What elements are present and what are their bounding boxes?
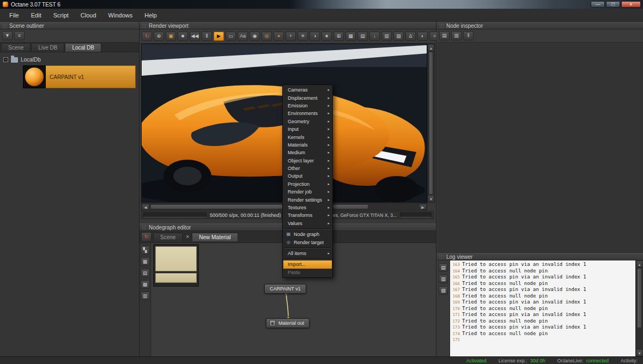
minimize-button[interactable]: — — [591, 1, 605, 8]
context-menu-item[interactable]: Object layer ▸ — [283, 157, 332, 165]
menu-item[interactable]: Cloud — [75, 10, 102, 20]
paste-menu-item[interactable]: Paste — [283, 269, 332, 276]
outliner-tab[interactable]: Scene — [1, 43, 31, 52]
save-node-icon[interactable]: ▤ — [439, 31, 450, 40]
all-items-menu-item[interactable]: All items ▸ — [283, 250, 332, 257]
context-menu-item[interactable]: Render settings ▸ — [283, 196, 332, 203]
context-menu-item[interactable]: Render job ▸ — [283, 188, 332, 196]
white-balance-picker-icon[interactable]: ☀ — [298, 32, 308, 41]
lens-icon[interactable]: ◎ — [262, 32, 272, 41]
node-graph-item[interactable]: ▦ Node graph — [283, 230, 332, 238]
clear-log-icon[interactable]: ▧ — [439, 286, 448, 295]
pin-panel-icon[interactable]: ‖ — [463, 31, 474, 40]
panel-grip-icon[interactable] — [142, 225, 146, 229]
copy-log-icon[interactable]: ▤ — [439, 263, 448, 272]
log-scroll-thumb[interactable] — [637, 268, 642, 328]
render-region-icon[interactable]: ⊞ — [333, 32, 344, 41]
scroll-down-icon[interactable]: ▼ — [636, 349, 643, 356]
context-menu-item[interactable]: Materials ▸ — [283, 141, 332, 149]
horizontal-scroll-thumb[interactable] — [150, 204, 368, 209]
scroll-right-icon[interactable]: ▶ — [419, 204, 427, 210]
tab-new-material[interactable]: New Material — [192, 233, 238, 241]
vertical-scroll-thumb[interactable] — [429, 52, 433, 195]
material-preview[interactable] — [153, 244, 199, 287]
scroll-up-icon[interactable]: ▲ — [636, 260, 643, 268]
close-button[interactable]: × — [621, 1, 641, 8]
context-menu-item[interactable]: Textures ▸ — [283, 204, 332, 211]
sync-db-icon[interactable]: ≡ — [14, 31, 25, 40]
alpha-channel-icon[interactable]: ◐ — [417, 32, 428, 41]
object-picker-icon[interactable]: ★ — [322, 32, 332, 41]
clay-mode-icon[interactable]: ◉ — [250, 32, 260, 41]
context-menu-item[interactable]: Output ▸ — [283, 172, 332, 180]
panel-grip-icon[interactable] — [142, 23, 146, 28]
stop-render-icon[interactable]: ■ — [178, 32, 188, 41]
display-mode-icon[interactable]: ▭ — [226, 32, 236, 41]
pause-render-icon[interactable]: Ⅱ — [202, 32, 212, 41]
render-priority-icon[interactable]: ▣ — [166, 32, 176, 41]
tree-item-carpaint[interactable]: CARPAINT v1 — [23, 65, 136, 88]
close-tab-icon[interactable]: × — [185, 234, 190, 240]
copy-image-icon[interactable]: ▤ — [357, 32, 368, 41]
gizmo-icon[interactable]: ⊕ — [154, 32, 164, 41]
save-db-icon[interactable]: ▼ — [2, 31, 13, 40]
export-image-icon[interactable]: ▥ — [381, 32, 392, 41]
import-menu-item[interactable]: Import... — [283, 260, 332, 268]
subsample-text-icon[interactable]: Aa — [238, 32, 248, 41]
lock-resolution-icon[interactable]: Δ — [405, 32, 416, 41]
save-image-icon[interactable]: ↓ — [369, 32, 380, 41]
scroll-up-icon[interactable]: ▲ — [428, 44, 434, 51]
restart-graph-icon[interactable]: ↻ — [141, 232, 151, 241]
scroll-left-icon[interactable]: ◀ — [142, 204, 149, 210]
menu-item[interactable]: Edit — [25, 10, 47, 20]
context-menu-item[interactable]: Other ▸ — [283, 165, 332, 172]
tree-root-row[interactable]: - LocalDb — [1, 56, 138, 64]
context-menu-item[interactable]: Values ▸ — [283, 220, 332, 227]
panel-grip-icon[interactable] — [2, 23, 7, 28]
skip-to-start-icon[interactable]: ◀◀ — [190, 32, 200, 41]
material-ball-icon[interactable]: ● — [274, 32, 284, 41]
focus-picker-icon[interactable]: + — [286, 32, 296, 41]
save-log-icon[interactable]: ▥ — [439, 275, 448, 283]
material-picker-icon[interactable]: ◑ — [310, 32, 320, 41]
node-carpaint[interactable]: CARPAINT v1 — [264, 284, 306, 294]
grid-snap-icon[interactable]: ▦ — [141, 257, 150, 266]
log-scrollbar[interactable]: ▲ ▼ — [635, 260, 643, 356]
lock-nodes-icon[interactable]: ▩ — [141, 280, 150, 289]
context-menu-item[interactable]: Geometry ▸ — [283, 118, 332, 125]
panel-grip-icon[interactable] — [439, 23, 444, 28]
restart-render-icon[interactable]: ↻ — [142, 32, 152, 41]
film-region-icon[interactable]: ▦ — [345, 32, 356, 41]
group-nodes-icon[interactable]: ▤ — [141, 269, 150, 277]
outliner-tab[interactable]: Local DB — [65, 43, 101, 52]
panel-grip-icon[interactable] — [439, 254, 444, 259]
menu-item[interactable]: File — [3, 10, 25, 20]
map-view-icon[interactable]: ▥ — [141, 292, 150, 300]
context-menu-item[interactable]: Input ▸ — [283, 125, 332, 133]
menu-item[interactable]: Help — [138, 10, 163, 20]
scroll-track[interactable] — [636, 329, 643, 349]
maximize-button[interactable]: □ — [606, 1, 620, 8]
context-menu-item[interactable]: Environments ▸ — [283, 110, 332, 117]
viewport-vertical-scrollbar[interactable]: ▲ ▼ — [427, 44, 435, 203]
menu-item[interactable]: Windows — [102, 10, 139, 20]
context-menu-item[interactable]: Transforms ▸ — [283, 211, 332, 219]
play-render-icon[interactable]: ▶ — [214, 32, 224, 41]
context-menu-item[interactable]: Emission ▸ — [283, 102, 332, 110]
context-menu-item[interactable]: Projection ▸ — [283, 180, 332, 188]
tab-scene[interactable]: Scene — [153, 233, 183, 241]
outliner-tab[interactable]: Live DB — [31, 43, 64, 52]
context-menu-item[interactable]: Cameras ▸ — [283, 86, 332, 94]
expander-icon[interactable]: - — [3, 57, 8, 62]
show-preview-icon[interactable]: ▚ — [141, 246, 150, 254]
context-menu-item[interactable]: Displacement ▸ — [283, 94, 332, 101]
node-material-out[interactable]: ◈ Material out — [266, 318, 310, 328]
render-passes-icon[interactable]: ▧ — [393, 32, 404, 41]
context-menu-item[interactable]: Medium ▸ — [283, 149, 332, 156]
menu-item[interactable]: Script — [47, 10, 75, 20]
render-target-item[interactable]: ◎ Render target — [283, 238, 332, 246]
copy-node-icon[interactable]: ▥ — [451, 31, 462, 40]
log-content[interactable]: 163 Tried to access pin via an invalid i… — [450, 260, 635, 356]
scroll-down-icon[interactable]: ▼ — [428, 195, 434, 202]
context-menu-item[interactable]: Kernels ▸ — [283, 133, 332, 141]
